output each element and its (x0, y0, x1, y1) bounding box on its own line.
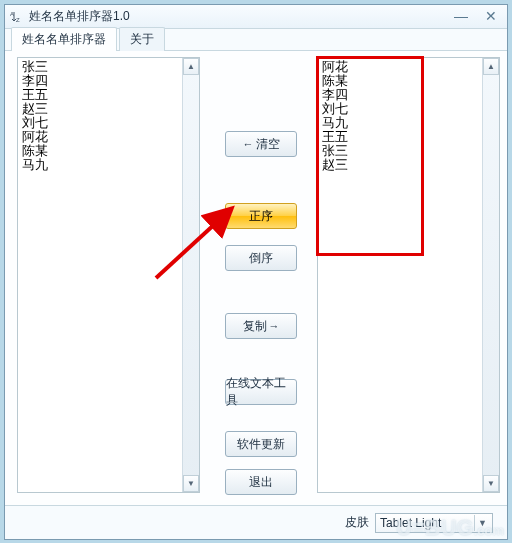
app-window: AZ 姓名名单排序器1.0 — ✕ 姓名名单排序器 关于 张三 李四 王五 赵三… (4, 4, 508, 540)
output-textbox[interactable]: 阿花 陈某 李四 刘七 马九 王五 张三 赵三 ▲ ▼ (317, 57, 500, 493)
scroll-up-icon[interactable]: ▲ (483, 58, 499, 75)
svg-text:Z: Z (16, 17, 20, 23)
titlebar: AZ 姓名名单排序器1.0 — ✕ (5, 5, 507, 29)
sort-desc-button[interactable]: 倒序 (225, 245, 297, 271)
output-scrollbar[interactable]: ▲ ▼ (482, 58, 499, 492)
arrow-left-icon: ← (243, 138, 254, 150)
window-controls: — ✕ (449, 9, 503, 25)
clear-button[interactable]: ← 清空 (225, 131, 297, 157)
window-title: 姓名名单排序器1.0 (29, 8, 130, 25)
skin-select[interactable]: Tablet Light ▼ (375, 513, 493, 533)
footer-bar: 皮肤 Tablet Light ▼ (5, 505, 507, 539)
update-button[interactable]: 软件更新 (225, 431, 297, 457)
output-text[interactable]: 阿花 陈某 李四 刘七 马九 王五 张三 赵三 (318, 58, 482, 492)
clear-label: 清空 (256, 136, 280, 153)
copy-label: 复制 (243, 318, 267, 335)
input-text[interactable]: 张三 李四 王五 赵三 刘七 阿花 陈某 马九 (18, 58, 182, 492)
scroll-track[interactable] (483, 75, 499, 475)
chevron-down-icon: ▼ (474, 515, 490, 531)
scroll-up-icon[interactable]: ▲ (183, 58, 199, 75)
tab-main[interactable]: 姓名名单排序器 (11, 27, 117, 51)
tab-about[interactable]: 关于 (119, 27, 165, 51)
exit-button[interactable]: 退出 (225, 469, 297, 495)
scroll-down-icon[interactable]: ▼ (483, 475, 499, 492)
app-icon: AZ (9, 9, 25, 25)
skin-value: Tablet Light (380, 516, 441, 530)
scroll-track[interactable] (183, 75, 199, 475)
svg-text:A: A (10, 11, 14, 17)
tab-bar: 姓名名单排序器 关于 (5, 29, 507, 51)
scroll-down-icon[interactable]: ▼ (183, 475, 199, 492)
online-tool-button[interactable]: 在线文本工具 (225, 379, 297, 405)
sort-asc-button[interactable]: 正序 (225, 203, 297, 229)
minimize-button[interactable]: — (449, 9, 473, 25)
arrow-right-icon: → (269, 320, 280, 332)
input-textbox[interactable]: 张三 李四 王五 赵三 刘七 阿花 陈某 马九 ▲ ▼ (17, 57, 200, 493)
skin-label: 皮肤 (345, 514, 369, 531)
input-scrollbar[interactable]: ▲ ▼ (182, 58, 199, 492)
close-button[interactable]: ✕ (479, 9, 503, 25)
content-area: 张三 李四 王五 赵三 刘七 阿花 陈某 马九 ▲ ▼ 阿花 陈某 李四 刘七 … (5, 51, 507, 505)
copy-button[interactable]: 复制 → (225, 313, 297, 339)
